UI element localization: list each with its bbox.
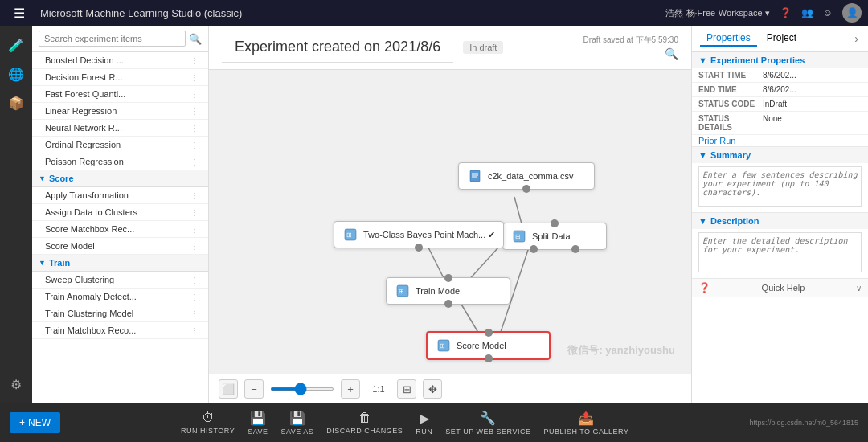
publish-gallery-btn[interactable]: 📤 PUBLISH TO GALLERY bbox=[543, 411, 628, 436]
draft-badge: In draft bbox=[463, 41, 503, 54]
list-item[interactable]: Neural Network R...⋮ bbox=[32, 120, 208, 137]
app-title: Microsoft Machine Learning Studio (class… bbox=[40, 7, 657, 19]
discard-btn[interactable]: 🗑 DISCARD CHANGES bbox=[326, 411, 403, 435]
quick-help-row[interactable]: ❓ Quick Help ∨ bbox=[692, 279, 868, 297]
experiment-title: Experiment created on 2021/8/6 bbox=[222, 32, 453, 63]
experiment-properties-header[interactable]: ▼ Experiment Properties bbox=[692, 52, 868, 68]
node-data[interactable]: c2k_data_comma.csv bbox=[458, 162, 595, 190]
list-item[interactable]: Linear Regression⋮ bbox=[32, 103, 208, 120]
tab-properties[interactable]: Properties bbox=[700, 31, 757, 47]
svg-text:⊞: ⊞ bbox=[346, 231, 352, 239]
description-header[interactable]: ▼ Description bbox=[692, 213, 868, 229]
list-item[interactable]: Score Model⋮ bbox=[32, 238, 208, 255]
status-code-row: STATUS CODE InDraft bbox=[692, 97, 868, 112]
node-split[interactable]: ⊞ Split Data bbox=[502, 223, 607, 250]
list-item[interactable]: Train Anomaly Detect...⋮ bbox=[32, 289, 208, 305]
left-panel: 🔍 Boosted Decision ...⋮ Decision Forest … bbox=[32, 26, 209, 403]
search-input[interactable] bbox=[39, 31, 186, 47]
svg-rect-5 bbox=[470, 170, 480, 182]
canvas-header: Experiment created on 2021/8/6 In draft … bbox=[209, 26, 691, 70]
move-btn[interactable]: ✥ bbox=[423, 379, 442, 399]
svg-text:⊞: ⊞ bbox=[399, 288, 404, 295]
list-item[interactable]: Assign Data to Clusters⋮ bbox=[32, 204, 208, 221]
list-item[interactable]: Ordinal Regression⋮ bbox=[32, 137, 208, 153]
save-btn[interactable]: 💾 SAVE bbox=[248, 411, 268, 436]
bayes-node-label: Two-Class Bayes Point Mach... ✔ bbox=[363, 230, 495, 240]
score-node-port-top bbox=[485, 329, 493, 337]
bottom-actions: ⏱ RUN HISTORY 💾 SAVE 💾 SAVE AS 🗑 DISCARD… bbox=[181, 411, 628, 436]
list-item[interactable]: Fast Forest Quanti...⋮ bbox=[32, 86, 208, 103]
help-icon[interactable]: ❓ bbox=[780, 7, 792, 18]
section-header-score[interactable]: ▼ Score bbox=[32, 170, 208, 187]
bottom-url: https://blog.csdn.net/m0_5641815 bbox=[749, 419, 858, 427]
split-node-port-bl bbox=[530, 245, 538, 253]
save-as-icon: 💾 bbox=[289, 411, 305, 426]
train-node-port-top bbox=[444, 274, 452, 282]
description-textarea[interactable] bbox=[698, 232, 862, 272]
zoom-out-btn[interactable]: − bbox=[244, 379, 264, 399]
description-section: ▼ Description bbox=[692, 213, 868, 279]
run-history-btn[interactable]: ⏱ RUN HISTORY bbox=[181, 411, 235, 435]
select-tool-btn[interactable]: ⬜ bbox=[219, 379, 238, 399]
fit-btn[interactable]: ⊞ bbox=[397, 379, 416, 399]
run-btn[interactable]: ▶ RUN bbox=[416, 411, 432, 436]
smiley-icon[interactable]: ☺ bbox=[823, 7, 833, 18]
summary-header[interactable]: ▼ Summary bbox=[692, 147, 868, 163]
items-list: Boosted Decision ...⋮ Decision Forest R.… bbox=[32, 52, 208, 403]
list-item[interactable]: Train Clustering Model⋮ bbox=[32, 305, 208, 322]
save-icon: 💾 bbox=[250, 411, 266, 426]
experiment-properties-section: ▼ Experiment Properties START TIME 8/6/2… bbox=[692, 52, 868, 147]
list-item[interactable]: Train Matchbox Reco...⋮ bbox=[32, 322, 208, 339]
right-panel-expand-icon[interactable]: › bbox=[853, 31, 860, 47]
canvas-body[interactable]: c2k_data_comma.csv ⊞ Split Data bbox=[209, 70, 691, 374]
bayes-node-icon: ⊞ bbox=[342, 227, 358, 243]
summary-section: ▼ Summary bbox=[692, 147, 868, 213]
run-icon: ▶ bbox=[420, 411, 429, 426]
setup-icon: 🔧 bbox=[480, 411, 496, 426]
settings-icon[interactable]: ⚙ bbox=[3, 371, 29, 397]
score-node-icon: ⊞ bbox=[436, 338, 452, 354]
setup-web-service-btn[interactable]: 🔧 SET UP WEB SERVICE bbox=[445, 411, 530, 436]
split-node-port-top bbox=[551, 219, 559, 227]
user-name[interactable]: 浩然 杨·Free-Workspace ▾ bbox=[665, 7, 769, 19]
globe-icon[interactable]: 🌐 bbox=[3, 61, 29, 87]
avatar[interactable]: 👤 bbox=[842, 3, 862, 23]
list-item[interactable]: Sweep Clustering⋮ bbox=[32, 272, 208, 289]
zoom-slider[interactable] bbox=[270, 387, 334, 391]
zoom-in-btn[interactable]: + bbox=[341, 379, 360, 399]
triangle-icon: ▼ bbox=[39, 259, 46, 267]
search-icon[interactable]: 🔍 bbox=[189, 33, 202, 45]
list-item[interactable]: Score Matchbox Rec...⋮ bbox=[32, 221, 208, 238]
triangle-icon: ▼ bbox=[39, 174, 46, 182]
hamburger-icon[interactable]: ☰ bbox=[6, 0, 32, 26]
status-details-row: STATUS DETAILS None bbox=[692, 112, 868, 135]
node-train[interactable]: ⊞ Train Model bbox=[386, 277, 510, 305]
section-header-train[interactable]: ▼ Train bbox=[32, 255, 208, 272]
box-icon[interactable]: 📦 bbox=[3, 90, 29, 116]
list-item[interactable]: Boosted Decision ...⋮ bbox=[32, 52, 208, 69]
save-as-btn[interactable]: 💾 SAVE AS bbox=[280, 411, 313, 436]
list-item[interactable]: Decision Forest R...⋮ bbox=[32, 69, 208, 86]
tab-project[interactable]: Project bbox=[760, 31, 803, 47]
data-node-port-bottom bbox=[522, 185, 530, 193]
list-item[interactable]: Apply Transformation⋮ bbox=[32, 187, 208, 204]
end-time-row: END TIME 8/6/202... bbox=[692, 83, 868, 97]
discard-icon: 🗑 bbox=[358, 411, 371, 425]
score-node-label: Score Model bbox=[457, 341, 506, 350]
flask-icon[interactable]: 🧪 bbox=[3, 32, 29, 58]
users-icon[interactable]: 👥 bbox=[801, 7, 813, 18]
train-node-port-bottom bbox=[444, 300, 452, 308]
new-button[interactable]: + NEW bbox=[10, 412, 60, 433]
prior-run-link[interactable]: Prior Run bbox=[692, 133, 742, 149]
list-item[interactable]: Poisson Regression⋮ bbox=[32, 153, 208, 170]
search-canvas-icon[interactable]: 🔍 bbox=[665, 47, 678, 60]
node-score[interactable]: ⊞ Score Model bbox=[426, 331, 551, 360]
canvas-header-right: Draft saved at 下午5:59:30 🔍 bbox=[583, 35, 678, 60]
quick-help-label: Quick Help bbox=[762, 283, 805, 293]
node-bayes[interactable]: ⊞ Two-Class Bayes Point Mach... ✔ bbox=[334, 221, 504, 248]
summary-textarea[interactable] bbox=[698, 166, 862, 207]
start-time-row: START TIME 8/6/202... bbox=[692, 68, 868, 83]
triangle-icon: ▼ bbox=[698, 55, 707, 65]
data-node-icon bbox=[467, 168, 483, 184]
right-panel-header: Properties Project › bbox=[692, 26, 868, 52]
